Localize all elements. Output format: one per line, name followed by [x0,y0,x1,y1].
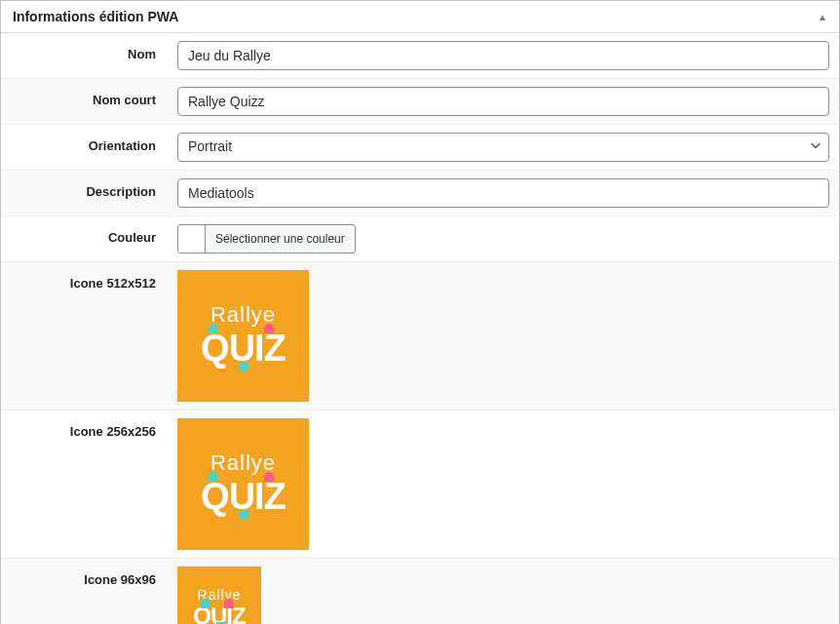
panel-header[interactable]: Informations édition PWA ▲ [1,1,839,33]
description-input[interactable] [177,178,829,208]
label-description: Description [1,171,172,215]
icon-256-preview[interactable]: Rallye QUIZ [177,418,309,550]
row-icon-96: Icone 96x96 Rallye QUIZ [1,559,839,624]
label-name: Nom [1,33,172,78]
pwa-info-panel: Informations édition PWA ▲ Nom Nom court… [0,0,840,624]
orientation-select[interactable]: Portrait [177,133,829,162]
color-picker-label: Sélectionner une couleur [206,232,355,246]
decoration-icon [209,324,218,333]
collapse-icon: ▲ [818,12,827,22]
row-icon-256: Icone 256x256 Rallye QUIZ [1,410,839,559]
decoration-icon [209,472,218,482]
row-description: Description [1,171,839,216]
name-input[interactable] [177,41,829,70]
label-color: Couleur [1,216,172,261]
decoration-icon [224,599,234,608]
value-cell-description [172,171,839,215]
decoration-icon [239,510,248,520]
decoration-icon [239,362,248,371]
label-icon-512: Icone 512x512 [1,262,172,410]
label-icon-96: Icone 96x96 [1,559,172,624]
value-cell-orientation: Portrait [172,125,839,170]
label-icon-256: Icone 256x256 [1,410,172,558]
value-cell-icon-96: Rallye QUIZ [172,559,839,624]
color-picker-button[interactable]: Sélectionner une couleur [177,224,356,254]
decoration-icon [264,324,274,333]
orientation-select-wrap: Portrait [177,133,829,162]
value-cell-color: Sélectionner une couleur [172,216,839,261]
color-swatch [178,225,206,253]
decoration-icon [201,599,210,608]
icon-text-line2: QUIZ [201,328,286,370]
icon-96-preview[interactable]: Rallye QUIZ [177,566,261,624]
row-orientation: Orientation Portrait [1,125,839,171]
icon-text-line2: QUIZ [201,476,286,518]
label-orientation: Orientation [1,125,172,170]
value-cell-name [172,33,839,78]
short-name-input[interactable] [177,87,829,116]
icon-512-preview[interactable]: Rallye QUIZ [177,270,309,402]
value-cell-icon-256: Rallye QUIZ [172,410,839,558]
row-icon-512: Icone 512x512 Rallye QUIZ [1,262,839,410]
label-short-name: Nom court [1,79,172,124]
icon-text-line2: QUIZ [193,603,245,624]
panel-title: Informations édition PWA [13,9,178,24]
row-name: Nom [1,33,839,79]
value-cell-icon-512: Rallye QUIZ [172,262,839,410]
value-cell-short-name [172,79,839,124]
row-color: Couleur Sélectionner une couleur [1,216,839,262]
row-short-name: Nom court [1,79,839,125]
decoration-icon [264,472,274,482]
form-body: Nom Nom court Orientation Portrait [1,33,839,624]
